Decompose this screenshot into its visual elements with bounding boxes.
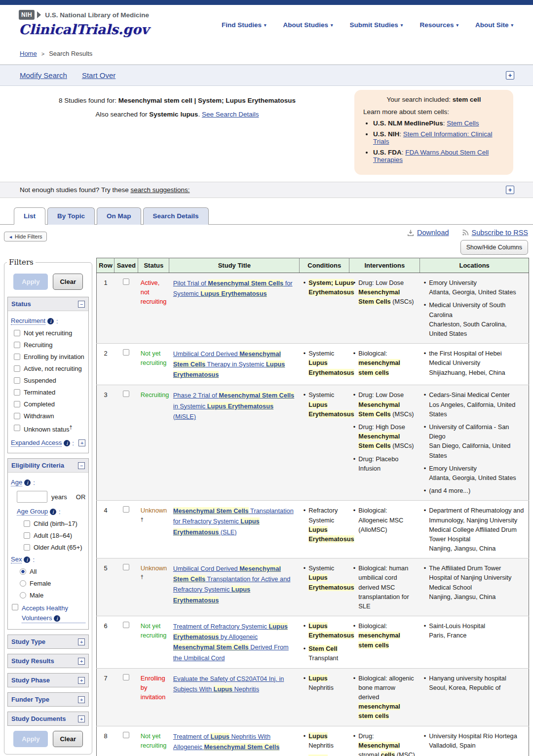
recruitment-option-terminated[interactable]: Terminated bbox=[14, 389, 85, 396]
study-title-link[interactable]: Treatment of Lupus Nephritis With Alloge… bbox=[173, 733, 280, 751]
start-over-link[interactable]: Start Over bbox=[82, 71, 115, 80]
clear-filters-button-top[interactable]: Clear bbox=[53, 274, 83, 290]
saved-checkbox[interactable] bbox=[123, 279, 129, 285]
age-group-option-child-birth-17[interactable]: Child (birth–17) bbox=[24, 520, 85, 527]
recruitment-option-not-yet-recruiting-input[interactable] bbox=[14, 330, 20, 336]
expand-panel-icon[interactable] bbox=[78, 439, 85, 446]
panel-header-study-type[interactable]: Study Type bbox=[8, 635, 88, 648]
info-icon[interactable]: i bbox=[47, 318, 54, 324]
saved-checkbox[interactable] bbox=[123, 506, 129, 513]
recruitment-option-recruiting[interactable]: Recruiting bbox=[14, 341, 85, 349]
status-panel-header[interactable]: Status bbox=[8, 297, 88, 311]
info-icon[interactable]: i bbox=[24, 479, 31, 486]
sex-option-male-input[interactable] bbox=[20, 592, 26, 598]
panel-header-study-documents[interactable]: Study Documents bbox=[8, 712, 88, 725]
expand-toolbar-icon[interactable] bbox=[506, 71, 514, 80]
recruitment-option-enrolling-by-invitation-input[interactable] bbox=[14, 354, 20, 360]
recruitment-option-unknown-status[interactable]: Unknown status† bbox=[14, 424, 85, 433]
eligibility-panel-header[interactable]: Eligibility Criteria bbox=[8, 459, 88, 473]
site-title[interactable]: ClinicalTrials.gov bbox=[19, 22, 149, 37]
tab-list[interactable]: List bbox=[14, 207, 45, 225]
expand-panel-icon[interactable] bbox=[78, 696, 85, 703]
study-title-link[interactable]: Pilot Trial of Mesenchymal Stem Cells fo… bbox=[173, 279, 293, 297]
age-label[interactable]: Age i bbox=[11, 478, 85, 486]
search-suggestions-link[interactable]: search suggestions: bbox=[130, 186, 190, 194]
recruitment-option-withdrawn[interactable]: Withdrawn bbox=[14, 412, 85, 420]
recruitment-option-completed[interactable]: Completed bbox=[14, 400, 85, 408]
panel-header-study-phase[interactable]: Study Phase bbox=[8, 674, 88, 687]
recruitment-option-unknown-status-input[interactable] bbox=[14, 425, 20, 431]
sex-option-male[interactable]: Male bbox=[20, 592, 85, 599]
study-title-link[interactable]: Umbilical Cord Derived Mesenchymal Stem … bbox=[173, 350, 285, 378]
collapse-panel-icon[interactable] bbox=[78, 462, 85, 469]
age-input[interactable] bbox=[17, 491, 47, 503]
nav-item-find-studies[interactable]: Find Studies bbox=[222, 21, 266, 29]
recruitment-option-active-not-recruiting-input[interactable] bbox=[14, 365, 20, 372]
study-title-link[interactable]: Umbilical Cord Derived Mesenchymal Stem … bbox=[173, 565, 291, 603]
recruitment-option-terminated-input[interactable] bbox=[14, 389, 20, 396]
study-title-link[interactable]: Mesenchymal Stem Cells Transplantation f… bbox=[173, 507, 294, 535]
age-group-option-adult-18-64-input[interactable] bbox=[24, 532, 30, 539]
collapse-panel-icon[interactable] bbox=[78, 301, 85, 308]
study-title-link[interactable]: Evaluate the Safety of CS20AT04 Inj. in … bbox=[173, 675, 284, 693]
info-box-item-link-stem-cells[interactable]: Stem Cells bbox=[447, 119, 479, 127]
nav-item-resources[interactable]: Resources bbox=[419, 21, 458, 29]
saved-checkbox[interactable] bbox=[123, 349, 129, 356]
recruitment-label[interactable]: Recruitment i bbox=[11, 317, 85, 325]
hide-filters-button[interactable]: Hide Filters bbox=[4, 232, 47, 241]
sex-option-all-input[interactable] bbox=[20, 568, 26, 575]
logo-block[interactable]: NIH U.S. National Library of Medicine Cl… bbox=[19, 10, 149, 37]
clear-filters-button-bottom[interactable]: Clear bbox=[53, 731, 83, 747]
info-icon[interactable]: i bbox=[50, 509, 56, 515]
show-hide-columns-button[interactable]: Show/Hide Columns bbox=[460, 240, 528, 255]
see-search-details-link[interactable]: See Search Details bbox=[202, 111, 259, 118]
nav-item-about-studies[interactable]: About Studies bbox=[283, 21, 333, 29]
age-group-option-adult-18-64[interactable]: Adult (18–64) bbox=[24, 532, 85, 539]
panel-header-study-results[interactable]: Study Results bbox=[8, 654, 88, 668]
expand-panel-icon[interactable] bbox=[78, 638, 85, 645]
recruitment-option-active-not-recruiting[interactable]: Active, not recruiting bbox=[14, 365, 85, 372]
tab-search-details[interactable]: Search Details bbox=[143, 207, 209, 225]
recruitment-option-completed-input[interactable] bbox=[14, 401, 20, 407]
expand-panel-icon[interactable] bbox=[78, 716, 85, 722]
expanded-access-row[interactable]: Expanded Access i : bbox=[11, 439, 85, 447]
accepts-healthy-volunteers-option[interactable]: Accepts Healthy Volunteers i bbox=[12, 603, 85, 623]
info-icon[interactable]: i bbox=[54, 615, 60, 622]
info-icon[interactable]: i bbox=[64, 440, 70, 446]
expand-panel-icon[interactable] bbox=[78, 677, 85, 684]
age-group-option-older-adult-65[interactable]: Older Adult (65+) bbox=[24, 544, 85, 551]
apply-filters-button-bottom[interactable]: Apply bbox=[13, 731, 48, 747]
study-title-link[interactable]: Phase 2 Trial of Mesenchymal Stem Cells … bbox=[173, 392, 294, 420]
recruitment-option-recruiting-input[interactable] bbox=[14, 342, 20, 348]
download-link[interactable]: Download bbox=[407, 229, 449, 237]
healthy-volunteers-checkbox[interactable] bbox=[12, 604, 18, 610]
age-group-option-child-birth-17-input[interactable] bbox=[24, 520, 30, 527]
info-icon[interactable]: i bbox=[24, 557, 30, 563]
expand-panel-icon[interactable] bbox=[78, 658, 85, 665]
recruitment-option-not-yet-recruiting[interactable]: Not yet recruiting bbox=[14, 329, 85, 337]
sex-option-all[interactable]: All bbox=[20, 568, 85, 575]
saved-checkbox[interactable] bbox=[123, 674, 129, 680]
subscribe-rss-link[interactable]: Subscribe to RSS bbox=[462, 229, 528, 237]
apply-filters-button-top[interactable]: Apply bbox=[13, 274, 48, 290]
nav-item-submit-studies[interactable]: Submit Studies bbox=[350, 21, 403, 29]
recruitment-option-suspended-input[interactable] bbox=[14, 377, 20, 384]
study-title-link[interactable]: Treatment of Refractory Systemic Lupus E… bbox=[173, 623, 289, 661]
recruitment-option-suspended[interactable]: Suspended bbox=[14, 377, 85, 384]
sex-option-female[interactable]: Female bbox=[20, 580, 85, 587]
saved-checkbox[interactable] bbox=[123, 622, 129, 628]
recruitment-option-withdrawn-input[interactable] bbox=[14, 413, 20, 419]
sex-option-female-input[interactable] bbox=[20, 580, 26, 587]
saved-checkbox[interactable] bbox=[123, 564, 129, 570]
nav-item-about-site[interactable]: About Site bbox=[475, 21, 513, 29]
breadcrumb-home-link[interactable]: Home bbox=[20, 50, 37, 57]
tab-by-topic[interactable]: By Topic bbox=[47, 207, 95, 225]
sex-label[interactable]: Sex i bbox=[11, 556, 85, 563]
saved-checkbox[interactable] bbox=[123, 732, 129, 738]
saved-checkbox[interactable] bbox=[123, 391, 129, 397]
modify-search-link[interactable]: Modify Search bbox=[20, 71, 67, 80]
age-group-option-older-adult-65-input[interactable] bbox=[24, 544, 30, 551]
panel-header-funder-type[interactable]: Funder Type bbox=[8, 693, 88, 706]
age-group-label[interactable]: Age Group i bbox=[17, 508, 85, 516]
expand-suggestions-icon[interactable] bbox=[506, 186, 514, 194]
